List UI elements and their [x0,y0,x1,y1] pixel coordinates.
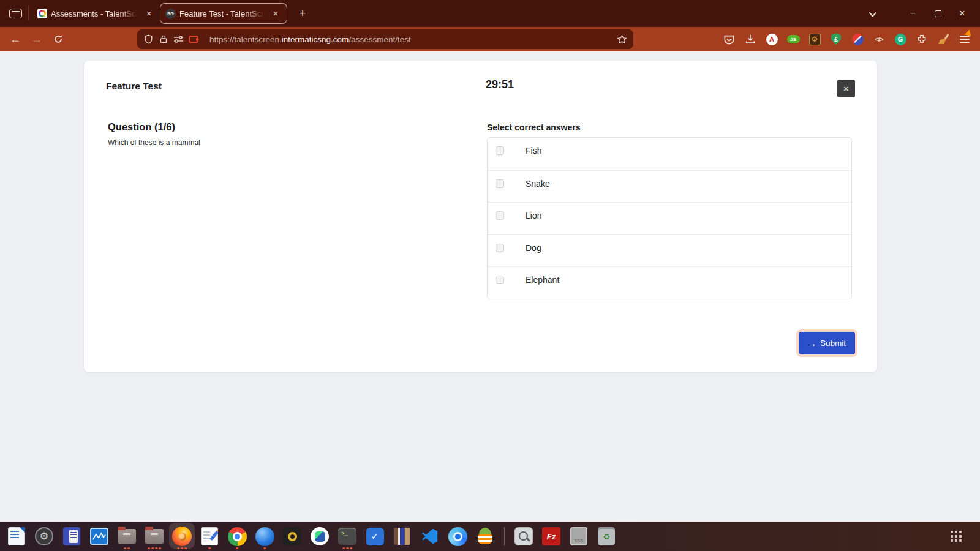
page-content: Feature Test 29:51 × Question (1/6) Whic… [0,51,980,522]
restore-button[interactable] [930,6,946,21]
writer-icon [8,527,25,545]
grammarly-extension-icon[interactable]: G [894,32,907,46]
answer-row[interactable]: Lion [488,202,851,234]
javascript-toggle-extension-icon[interactable]: JS [786,32,800,46]
back-button[interactable]: ← [5,29,26,50]
tab-feature-test[interactable]: BG Feature Test - TalentScre × [160,3,287,24]
vscode-icon [421,527,439,545]
firefox-view-button[interactable] [5,4,26,23]
dock-settings[interactable]: ⚙ [34,523,55,550]
dock-trash[interactable]: ♻ [596,523,617,550]
answer-row[interactable]: Fish [488,138,851,170]
restore-icon [935,10,941,17]
answer-checkbox[interactable] [496,276,504,284]
speaker-icon [283,527,301,545]
dock-libreoffice-writer[interactable] [6,523,27,550]
currency-shield-extension-icon[interactable]: £ [829,32,843,46]
dock-screenshot-tool[interactable] [513,523,534,550]
question-header: Question (1/6) [108,121,175,133]
answers-header: Select correct answers [487,122,581,132]
app-menu-icon[interactable] [958,32,971,46]
answers-list: Fish Snake Lion Dog Elephant [487,137,852,299]
arrow-right-icon: → [808,339,816,348]
app-grid-button[interactable] [951,531,962,542]
adguard-extension-icon[interactable]: A [765,32,778,46]
dock-files-folder[interactable] [116,523,137,550]
answer-checkbox[interactable] [496,244,504,252]
tab-close-icon[interactable]: × [270,7,282,20]
tab-divider [28,6,29,21]
dock-chromium[interactable] [447,523,468,550]
shield-icon[interactable] [143,34,154,45]
ssd-icon: SSD [570,527,587,545]
tab-assessments[interactable]: Assessments - TalentScre × [32,3,160,24]
magnifier-icon [514,527,533,545]
dock-thunderbird[interactable] [254,523,275,550]
clean-broom-extension-icon[interactable] [937,32,950,46]
dock-todo[interactable]: ✓ [364,523,385,550]
answer-row[interactable]: Dog [488,234,851,267]
dock-vscode[interactable] [420,523,440,550]
submit-button[interactable]: → Submit [799,332,855,354]
books-icon [394,528,411,545]
firefox-view-icon [9,9,22,18]
answer-label: Elephant [526,276,559,285]
android-bee-icon [477,527,493,545]
recycle-icon: ♻ [598,527,615,545]
address-bar[interactable]: https://talentscreen.intermaticsng.com/a… [137,29,633,49]
menu-notification-badge [965,29,974,39]
browser-nav-bar: ← → https://talentscreen.intermaticsng.c… [0,27,980,51]
downloads-icon[interactable] [744,32,757,46]
new-tab-button[interactable]: + [293,4,312,23]
dock-libreoffice-docs[interactable] [61,523,82,550]
pocket-icon[interactable] [722,32,736,46]
android-studio-icon [311,527,329,545]
permissions-icon[interactable] [173,35,184,43]
dock-filezilla[interactable]: Fz [541,523,562,550]
window-close-button[interactable]: × [954,6,970,21]
dock-chrome[interactable] [227,523,247,550]
dock-terminal[interactable]: >_ [337,523,358,550]
timer: 29:51 [486,78,514,91]
settings-extension-icon[interactable]: ⚙ [808,32,821,46]
dock-text-editor[interactable] [199,523,220,550]
reload-button[interactable] [48,29,69,50]
extensions-puzzle-icon[interactable] [915,32,929,46]
assessment-close-button[interactable]: × [837,80,855,97]
dock-ssd-utility[interactable]: SSD [568,523,589,550]
dock-rhythmbox[interactable] [282,523,303,550]
assessment-card: Feature Test 29:51 × Question (1/6) Whic… [84,61,877,372]
minimize-button[interactable]: − [905,6,921,21]
submit-label: Submit [820,339,846,348]
answer-checkbox[interactable] [496,179,504,188]
bookmark-star-icon[interactable] [617,34,627,45]
browser-tab-bar: Assessments - TalentScre × BG Feature Te… [0,0,980,27]
tab-close-icon[interactable]: × [143,7,155,20]
answer-checkbox[interactable] [496,146,504,155]
lock-icon[interactable] [159,34,168,44]
document-icon [63,527,80,545]
answer-checkbox[interactable] [496,211,504,220]
dock-separator [504,527,505,545]
terminal-icon: >_ [338,528,356,545]
dock-android-emulator[interactable] [475,523,496,550]
forward-button: → [26,29,47,50]
toolbar-extensions: A JS ⚙ £ </> G [722,29,971,50]
list-tabs-button[interactable] [862,4,881,23]
thunderbird-icon [255,527,274,546]
taskbar: ⚙ >_ ✓ Fz SSD ♻ [0,522,980,551]
dock-files-folder-2[interactable] [144,523,165,550]
dock-system-monitor[interactable] [89,523,110,550]
url-text: https://talentscreen.intermaticsng.com/a… [209,35,617,44]
dock-firefox[interactable] [172,523,192,550]
answer-row[interactable]: Snake [488,170,851,203]
dock-android-studio[interactable] [309,523,330,550]
chrome-icon [228,527,247,546]
dock-calibre[interactable] [392,523,413,550]
code-extension-icon[interactable]: </> [872,32,886,46]
adblock-extension-icon[interactable] [851,32,864,46]
answer-row[interactable]: Elephant [488,266,851,299]
folder-icon [145,529,164,544]
question-text: Which of these is a mammal [108,138,200,147]
screenshare-indicator-icon[interactable] [189,35,200,44]
